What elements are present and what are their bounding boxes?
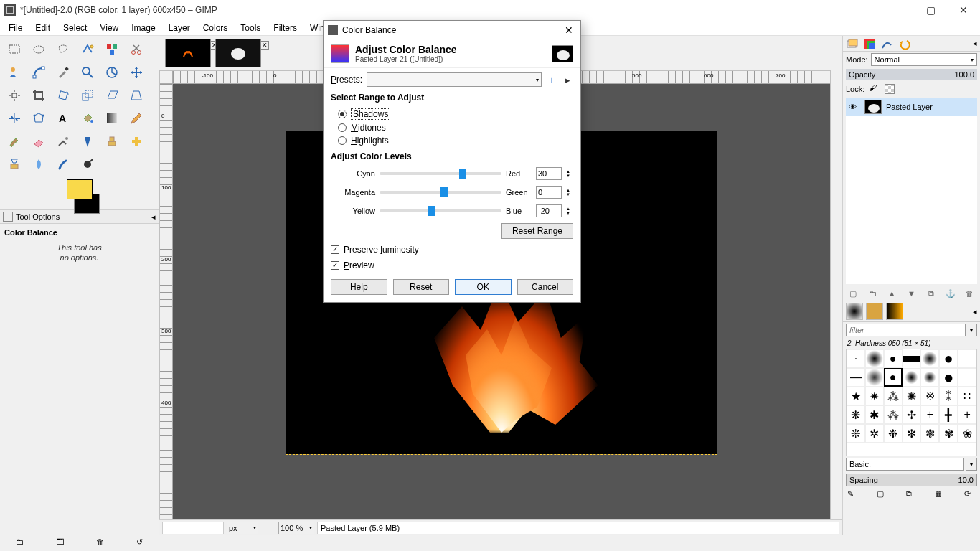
tool-bucket[interactable] bbox=[76, 108, 99, 129]
brushes-tab[interactable] bbox=[846, 303, 863, 320]
slider-blue-value[interactable] bbox=[536, 204, 562, 217]
tool-cage[interactable] bbox=[27, 108, 50, 129]
gradients-tab[interactable] bbox=[886, 303, 903, 320]
radio-shadows[interactable]: Shadows bbox=[338, 108, 573, 120]
preserve-checkbox[interactable]: Preserve luminosity bbox=[331, 245, 573, 255]
tool-free-select[interactable] bbox=[52, 39, 75, 60]
systray-icon-3[interactable]: 🗑 bbox=[96, 537, 108, 549]
undo-tab-icon[interactable] bbox=[897, 38, 910, 50]
tool-move[interactable] bbox=[125, 62, 148, 83]
tool-pencil[interactable] bbox=[125, 108, 148, 129]
mode-select[interactable]: Normal▾ bbox=[871, 53, 977, 66]
tool-flip[interactable] bbox=[3, 108, 26, 129]
menu-colors[interactable]: Colors bbox=[197, 22, 234, 34]
menu-view[interactable]: View bbox=[94, 22, 124, 34]
tool-fuzzy-select[interactable] bbox=[76, 39, 99, 60]
layer-up-icon[interactable]: ▲ bbox=[886, 288, 897, 299]
maximize-button[interactable]: ▢ bbox=[914, 0, 947, 20]
tool-blend[interactable] bbox=[100, 108, 123, 129]
tool-rect-select[interactable] bbox=[3, 39, 26, 60]
tool-perspective[interactable] bbox=[125, 85, 148, 106]
brush-del-icon[interactable]: 🗑 bbox=[935, 489, 946, 501]
tool-paintbrush[interactable] bbox=[3, 131, 26, 152]
reset-range-button[interactable]: Reset Range bbox=[501, 223, 573, 239]
ruler-vertical[interactable] bbox=[160, 84, 173, 523]
brush-filter-input[interactable] bbox=[846, 324, 966, 336]
tool-perspective-clone[interactable] bbox=[3, 154, 26, 175]
tool-ellipse-select[interactable] bbox=[27, 39, 50, 60]
brush-set-select[interactable]: Basic. bbox=[846, 458, 964, 471]
color-swatches[interactable] bbox=[3, 175, 156, 207]
lock-pixels-icon[interactable]: 🖌 bbox=[869, 83, 880, 95]
layer-item[interactable]: 👁 Pasted Layer bbox=[846, 98, 977, 116]
foreground-color-swatch[interactable] bbox=[67, 179, 93, 199]
tool-text[interactable]: A bbox=[52, 108, 75, 129]
systray-icon-1[interactable]: 🗀 bbox=[16, 537, 27, 549]
tool-paths[interactable] bbox=[27, 62, 50, 83]
radio-highlights[interactable]: Highlights bbox=[338, 136, 573, 146]
opacity-slider[interactable]: Opacity100.0 bbox=[846, 69, 977, 80]
tool-color-picker[interactable] bbox=[52, 62, 75, 83]
status-unit[interactable]: px▾ bbox=[227, 522, 258, 534]
systray-icon-4[interactable]: ↺ bbox=[136, 537, 148, 549]
tool-shear[interactable] bbox=[100, 85, 123, 106]
slider-red-value[interactable] bbox=[536, 167, 562, 180]
tool-ink[interactable] bbox=[76, 131, 99, 152]
menu-filters[interactable]: Filters bbox=[268, 22, 303, 34]
menu-image[interactable]: Image bbox=[126, 22, 161, 34]
document-tab-2-close[interactable]: ✕ bbox=[260, 41, 269, 50]
menu-tools[interactable]: Tools bbox=[235, 22, 266, 34]
ok-button[interactable]: OK bbox=[455, 279, 512, 295]
brush-new-icon[interactable]: ▢ bbox=[877, 489, 888, 501]
brush-grid[interactable]: ·●● —●● ★✷⁂✺※⁑∷ ❋✱⁂✢+╋+ ❊✲❉✻❃✾❀ bbox=[846, 349, 977, 456]
brush-dup-icon[interactable]: ⧉ bbox=[906, 489, 918, 501]
tool-clone[interactable] bbox=[100, 131, 123, 152]
tool-scale[interactable] bbox=[76, 85, 99, 106]
help-button[interactable]: Help bbox=[331, 279, 387, 295]
layer-new-icon[interactable]: ▢ bbox=[847, 288, 859, 299]
layer-name[interactable]: Pasted Layer bbox=[886, 103, 933, 111]
tool-color-select[interactable] bbox=[100, 39, 123, 60]
menu-file[interactable]: FFileile bbox=[3, 22, 28, 34]
tool-align[interactable] bbox=[3, 85, 26, 106]
presets-select[interactable]: ▾ bbox=[367, 72, 542, 87]
tool-blur[interactable] bbox=[27, 154, 50, 175]
preview-checkbox[interactable]: Preview bbox=[331, 260, 573, 270]
tool-smudge[interactable] bbox=[52, 154, 75, 175]
slider-yellow-blue[interactable] bbox=[380, 209, 501, 212]
slider-green-value[interactable] bbox=[536, 186, 562, 199]
tool-airbrush[interactable] bbox=[52, 131, 75, 152]
preset-add-icon[interactable]: + bbox=[546, 74, 557, 85]
patterns-tab[interactable] bbox=[866, 303, 883, 320]
tool-dodge[interactable] bbox=[76, 154, 99, 175]
dialog-close-icon[interactable]: ✕ bbox=[562, 23, 576, 37]
close-button[interactable]: ✕ bbox=[947, 0, 980, 20]
preset-menu-icon[interactable]: ▸ bbox=[562, 74, 573, 85]
document-tab-2[interactable]: ✕ bbox=[215, 39, 261, 67]
tool-options-menu-icon[interactable]: ◂ bbox=[151, 212, 156, 222]
paths-tab-icon[interactable] bbox=[880, 38, 893, 50]
slider-cyan-red[interactable] bbox=[380, 172, 501, 175]
status-zoom[interactable]: 100 %▾ bbox=[278, 522, 314, 534]
channels-tab-icon[interactable] bbox=[863, 38, 876, 50]
brush-dock-menu-icon[interactable]: ◂ bbox=[973, 307, 977, 316]
menu-edit[interactable]: Edit bbox=[29, 22, 56, 34]
document-tab-1[interactable]: ✕ bbox=[165, 39, 211, 67]
tool-foreground-select[interactable] bbox=[3, 62, 26, 83]
slider-magenta-green[interactable] bbox=[380, 191, 501, 194]
menu-layer[interactable]: Layer bbox=[163, 22, 196, 34]
layers-tab-icon[interactable] bbox=[846, 38, 859, 50]
tool-crop[interactable] bbox=[27, 85, 50, 106]
tool-rotate[interactable] bbox=[52, 85, 75, 106]
lock-alpha-icon[interactable] bbox=[885, 84, 895, 94]
tool-zoom[interactable] bbox=[76, 62, 99, 83]
layer-anchor-icon[interactable]: ⚓ bbox=[945, 288, 956, 299]
layer-down-icon[interactable]: ▼ bbox=[905, 288, 917, 299]
layer-duplicate-icon[interactable]: ⧉ bbox=[925, 288, 937, 299]
dock-menu-icon[interactable]: ◂ bbox=[973, 39, 977, 48]
brush-edit-icon[interactable]: ✎ bbox=[847, 489, 859, 501]
tool-measure[interactable] bbox=[100, 62, 123, 83]
layer-visibility-icon[interactable]: 👁 bbox=[849, 103, 860, 111]
layer-delete-icon[interactable]: 🗑 bbox=[964, 288, 976, 299]
layers-list[interactable]: 👁 Pasted Layer bbox=[846, 98, 977, 284]
